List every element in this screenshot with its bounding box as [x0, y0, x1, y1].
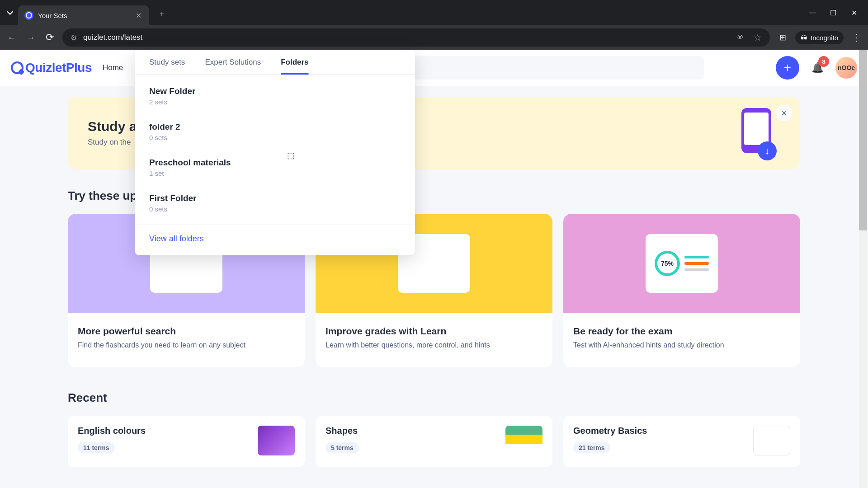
recent-heading: Recent	[68, 391, 800, 405]
reload-button[interactable]	[43, 31, 56, 44]
feature-desc: Find the flashcards you need to learn on…	[78, 341, 295, 349]
terms-badge: 11 terms	[78, 442, 115, 453]
feature-card-test[interactable]: 75% Be ready for the exam Test with AI-e…	[563, 214, 800, 367]
terms-badge: 5 terms	[326, 442, 359, 453]
site-settings-icon[interactable]	[71, 33, 77, 42]
logo[interactable]: QuizletPlus	[11, 61, 92, 75]
header-actions: 8 nOOc	[776, 56, 857, 80]
incognito-badge: Incognito	[795, 31, 844, 44]
feature-art: 75%	[563, 214, 800, 313]
tab-title: Your Sets	[38, 12, 129, 19]
browser-menu-icon[interactable]	[850, 31, 863, 44]
app-header: QuizletPlus Home Your library Expert Sol…	[0, 50, 868, 86]
privacy-icon[interactable]	[736, 33, 744, 42]
extensions-icon[interactable]	[776, 31, 789, 44]
close-window-icon[interactable]	[850, 9, 858, 17]
folder-item[interactable]: folder 2 0 sets	[135, 114, 415, 150]
recent-title: English colours	[78, 426, 250, 436]
back-button[interactable]	[5, 31, 18, 44]
feature-title: Be ready for the exam	[573, 326, 790, 337]
maximize-icon[interactable]	[829, 9, 837, 17]
window-controls	[808, 9, 868, 17]
recent-card[interactable]: Shapes 5 terms	[316, 416, 552, 467]
incognito-label: Incognito	[811, 34, 838, 42]
folder-name: First Folder	[149, 193, 401, 203]
favicon-icon	[24, 11, 33, 20]
browser-toolbar: quizlet.com/latest Incognito	[0, 25, 868, 50]
folder-count: 0 sets	[149, 134, 401, 141]
download-icon	[758, 141, 777, 160]
folder-item[interactable]: First Folder 0 sets	[135, 185, 415, 221]
tab-expert-solutions[interactable]: Expert Solutions	[205, 58, 261, 74]
recent-title: Geometry Basics	[573, 426, 746, 436]
folder-count: 0 sets	[149, 205, 401, 213]
folder-count: 1 set	[149, 169, 401, 177]
scrollbar-track[interactable]	[859, 50, 867, 488]
minimize-icon[interactable]	[808, 9, 816, 17]
logo-icon	[11, 61, 24, 74]
browser-tab[interactable]: Your Sets	[18, 5, 149, 25]
folder-list: New Folder 2 sets folder 2 0 sets Presch…	[135, 75, 415, 225]
terms-badge: 21 terms	[573, 442, 610, 453]
address-bar[interactable]: quizlet.com/latest	[62, 28, 770, 47]
new-tab-button[interactable]	[154, 6, 170, 22]
notifications-button[interactable]: 8	[807, 58, 827, 78]
folder-name: New Folder	[149, 86, 401, 96]
folder-name: Preschool materials	[149, 158, 401, 168]
banner-title: Study a	[88, 119, 137, 134]
recent-thumbnail	[753, 426, 790, 455]
feature-desc: Test with AI-enhanced hints and study di…	[573, 341, 790, 349]
folder-name: folder 2	[149, 122, 401, 132]
library-dropdown: Study sets Expert Solutions Folders New …	[135, 50, 415, 255]
recent-title: Shapes	[326, 426, 498, 436]
close-tab-icon[interactable]	[134, 11, 143, 20]
dropdown-tabs: Study sets Expert Solutions Folders	[135, 50, 415, 75]
view-all-folders-link[interactable]: View all folders	[149, 234, 204, 243]
feature-desc: Learn with better questions, more contro…	[326, 341, 542, 349]
folder-item[interactable]: New Folder 2 sets	[135, 78, 415, 114]
incognito-icon	[801, 34, 807, 42]
forward-button[interactable]	[24, 31, 37, 44]
percent-ring: 75%	[655, 251, 680, 276]
recent-card[interactable]: English colours 11 terms	[68, 416, 305, 467]
tab-folders[interactable]: Folders	[281, 58, 308, 74]
feature-title: Improve grades with Learn	[326, 326, 542, 337]
nav-home[interactable]: Home	[103, 60, 123, 76]
recent-thumbnail	[258, 426, 295, 455]
banner-illustration	[726, 108, 780, 158]
main-content: Study a Study on the Try these up More p…	[0, 86, 868, 478]
avatar[interactable]: nOOc	[835, 57, 857, 79]
tab-list-dropdown[interactable]	[5, 6, 14, 19]
recent-thumbnail	[505, 426, 542, 455]
banner-close-button[interactable]	[776, 105, 792, 121]
browser-tab-strip: Your Sets	[0, 0, 868, 25]
app-root: QuizletPlus Home Your library Expert Sol…	[0, 50, 868, 488]
folder-item[interactable]: Preschool materials 1 set	[135, 150, 415, 185]
scrollbar-thumb[interactable]	[859, 50, 867, 230]
recent-cards: English colours 11 terms Shapes 5 terms …	[68, 416, 800, 467]
recent-card[interactable]: Geometry Basics 21 terms	[563, 416, 800, 467]
logo-text: QuizletPlus	[25, 61, 92, 75]
feature-title: More powerful search	[78, 326, 295, 337]
dropdown-footer: View all folders	[135, 225, 415, 255]
url-text: quizlet.com/latest	[83, 33, 730, 42]
bookmark-icon[interactable]	[754, 32, 762, 43]
banner-subtitle: Study on the	[88, 138, 137, 147]
tab-study-sets[interactable]: Study sets	[149, 58, 185, 74]
create-button[interactable]	[776, 56, 799, 80]
folder-count: 2 sets	[149, 98, 401, 106]
notification-count: 8	[818, 56, 829, 67]
